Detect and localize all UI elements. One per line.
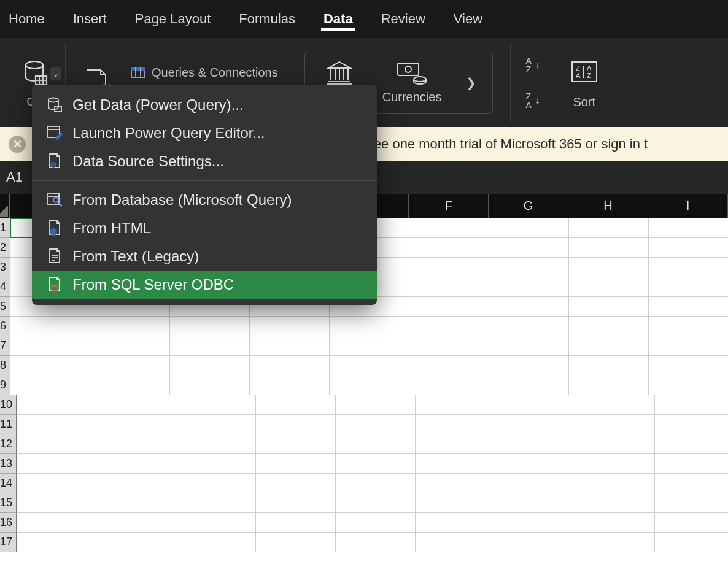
cell[interactable] [17, 533, 96, 552]
sort-asc-button[interactable]: AZ ↓ [525, 56, 540, 74]
row-header[interactable]: 10 [0, 395, 17, 415]
cell[interactable] [256, 493, 336, 513]
cell[interactable] [336, 454, 416, 474]
cell[interactable] [495, 415, 575, 434]
cell[interactable] [90, 317, 170, 336]
cell[interactable] [409, 277, 489, 297]
cell[interactable] [330, 336, 409, 356]
cell[interactable] [575, 533, 655, 552]
row-header[interactable]: 12 [0, 434, 17, 454]
cell[interactable] [336, 474, 416, 493]
cell[interactable] [495, 513, 575, 533]
cell[interactable] [10, 336, 90, 356]
column-header[interactable]: H [568, 194, 648, 218]
row-header[interactable]: 3 [0, 258, 10, 277]
cell[interactable] [90, 356, 170, 375]
row-header[interactable]: 16 [0, 513, 17, 533]
cell[interactable] [569, 375, 649, 395]
menu-data-source-settings[interactable]: Data Source Settings... [32, 147, 377, 175]
cell[interactable] [655, 493, 728, 513]
cell[interactable] [569, 277, 649, 297]
cell[interactable] [170, 356, 250, 375]
cell[interactable] [495, 533, 575, 552]
row-header[interactable]: 13 [0, 454, 17, 474]
cell[interactable] [495, 434, 575, 454]
cell[interactable] [96, 415, 176, 434]
name-box[interactable]: A1 [0, 169, 29, 185]
cell[interactable] [256, 513, 336, 533]
cell[interactable] [655, 474, 728, 493]
cell[interactable] [409, 258, 489, 277]
cell[interactable] [336, 434, 416, 454]
cell[interactable] [575, 454, 655, 474]
cell[interactable] [575, 513, 655, 533]
cell[interactable] [495, 474, 575, 493]
cell[interactable] [170, 375, 250, 395]
cell[interactable] [575, 474, 655, 493]
cell[interactable] [176, 474, 256, 493]
cell[interactable] [649, 258, 728, 277]
cell[interactable] [17, 415, 96, 434]
cell[interactable] [416, 533, 495, 552]
cell[interactable] [409, 375, 489, 395]
cell[interactable] [96, 533, 176, 552]
row-header[interactable]: 8 [0, 356, 10, 375]
column-header[interactable]: F [409, 194, 489, 218]
cell[interactable] [10, 317, 90, 336]
cell[interactable] [17, 493, 96, 513]
cell[interactable] [96, 474, 176, 493]
cell[interactable] [96, 454, 176, 474]
currencies-button[interactable]: Currencies [382, 61, 442, 104]
cell[interactable] [17, 434, 96, 454]
cell[interactable] [416, 454, 495, 474]
row-header[interactable]: 9 [0, 375, 10, 395]
cell[interactable] [90, 375, 170, 395]
cell[interactable] [176, 533, 256, 552]
cell[interactable] [649, 218, 728, 238]
cell[interactable] [489, 375, 569, 395]
chevron-down-icon[interactable]: ⌄ [50, 67, 61, 80]
cell[interactable] [649, 336, 728, 356]
cell[interactable] [330, 317, 409, 336]
cell[interactable] [409, 336, 489, 356]
row-header[interactable]: 1 [0, 218, 10, 238]
tab-home[interactable]: Home [6, 7, 47, 31]
cell[interactable] [250, 336, 330, 356]
cell[interactable] [250, 375, 330, 395]
menu-launch-power-query-editor[interactable]: Launch Power Query Editor... [32, 119, 377, 147]
cell[interactable] [649, 375, 728, 395]
cell[interactable] [10, 375, 90, 395]
cell[interactable] [336, 415, 416, 434]
cell[interactable] [489, 218, 569, 238]
cell[interactable] [495, 395, 575, 415]
cell[interactable] [409, 238, 489, 258]
cell[interactable] [17, 395, 96, 415]
menu-from-text-legacy[interactable]: From Text (Legacy) [32, 242, 377, 271]
cell[interactable] [655, 395, 728, 415]
row-header[interactable]: 7 [0, 336, 10, 356]
cell[interactable] [495, 493, 575, 513]
cell[interactable] [96, 513, 176, 533]
cell[interactable] [409, 317, 489, 336]
cell[interactable] [176, 493, 256, 513]
cell[interactable] [416, 474, 495, 493]
cell[interactable] [10, 356, 90, 375]
cell[interactable] [569, 336, 649, 356]
cell[interactable] [655, 513, 728, 533]
cell[interactable] [250, 317, 330, 336]
cell[interactable] [256, 533, 336, 552]
cell[interactable] [17, 474, 96, 493]
cell[interactable] [489, 297, 569, 317]
tab-insert[interactable]: Insert [71, 7, 109, 31]
tab-page-layout[interactable]: Page Layout [133, 7, 214, 31]
cell[interactable] [176, 415, 256, 434]
cell[interactable] [336, 533, 416, 552]
cell[interactable] [489, 317, 569, 336]
cell[interactable] [575, 434, 655, 454]
row-header[interactable]: 6 [0, 317, 10, 336]
cell[interactable] [256, 434, 336, 454]
chevron-right-icon[interactable]: ❯ [466, 75, 476, 90]
cell[interactable] [170, 317, 250, 336]
cell[interactable] [336, 395, 416, 415]
cell[interactable] [250, 356, 330, 375]
